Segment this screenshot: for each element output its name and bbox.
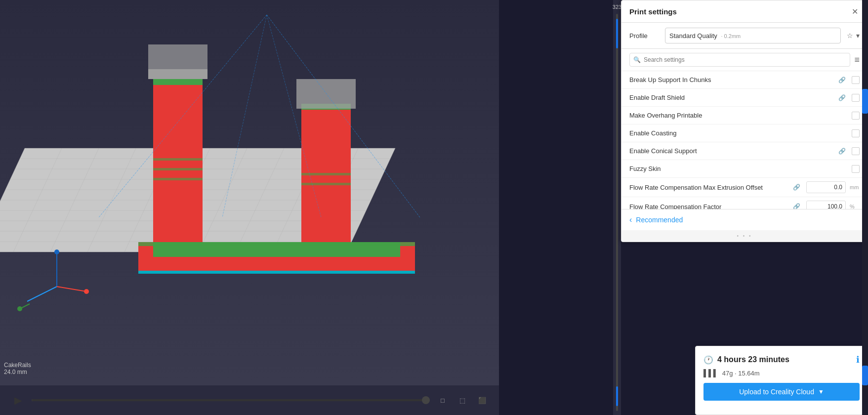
setting-checkbox-1[interactable] (852, 94, 860, 102)
setting-row-4: Enable Conical Support🔗 (621, 142, 868, 160)
setting-row-5: Fuzzy Skin (621, 160, 868, 178)
upload-chevron-icon: ▼ (818, 388, 824, 395)
bottom-info-panel: 🕐 4 hours 23 minutes ℹ ▌▌▌ 47g · 15.64m … (695, 346, 868, 415)
svg-rect-38 (301, 173, 351, 175)
time-row: 🕐 4 hours 23 minutes ℹ (703, 354, 860, 365)
object-name-label: CakeRails 24.0 mm (4, 362, 31, 375)
panel-header: Print settings ✕ (621, 0, 868, 23)
drag-handle[interactable]: • • • (621, 230, 868, 242)
setting-link-icon-7[interactable]: 🔗 (793, 203, 800, 209)
scrollbar-thumb-bottom[interactable] (862, 366, 868, 385)
svg-rect-24 (138, 271, 415, 274)
setting-checkbox-2[interactable] (852, 112, 860, 120)
profile-row: Profile Standard Quality · 0.2mm ☆ ▾ (621, 23, 868, 49)
svg-rect-30 (148, 44, 207, 69)
setting-input-7[interactable] (806, 201, 846, 209)
setting-name-5: Fuzzy Skin (629, 165, 852, 172)
setting-name-4: Enable Conical Support (629, 147, 838, 155)
scroll-indicator: 323 (613, 0, 621, 415)
toolbar-icon-2[interactable]: ⬚ (455, 393, 469, 407)
setting-unit-6: mm (850, 184, 860, 190)
svg-point-45 (17, 306, 22, 311)
panel-title: Print settings (629, 7, 677, 16)
svg-rect-26 (153, 84, 203, 242)
setting-name-1: Enable Draft Shield (629, 94, 838, 101)
toolbar-icon-1[interactable]: □ (436, 393, 450, 407)
scroll-number: 323 (613, 4, 621, 10)
profile-select[interactable]: Standard Quality · 0.2mm (665, 28, 841, 43)
close-button[interactable]: ✕ (850, 6, 860, 16)
setting-row-6: Flow Rate Compensation Max Extrusion Off… (621, 178, 868, 197)
search-icon: 🔍 (633, 56, 641, 63)
timeline-track[interactable] (32, 399, 430, 401)
svg-rect-29 (148, 69, 207, 79)
setting-row-2: Make Overhang Printable (621, 107, 868, 124)
time-text: 4 hours 23 minutes (717, 355, 852, 364)
info-icon[interactable]: ℹ (856, 354, 860, 365)
setting-name-6: Flow Rate Compensation Max Extrusion Off… (629, 184, 793, 191)
toolbar-icon-3[interactable]: ⬛ (475, 393, 489, 407)
setting-row-1: Enable Draft Shield🔗 (621, 89, 868, 107)
scrollbar-thumb-top[interactable] (862, 89, 868, 114)
setting-link-icon-4[interactable]: 🔗 (838, 148, 846, 155)
recommended-label: Recommended (636, 216, 683, 224)
setting-checkbox-0[interactable] (852, 76, 860, 84)
star-icon[interactable]: ☆ (847, 32, 853, 40)
clock-icon: 🕐 (703, 355, 713, 365)
svg-rect-23 (400, 242, 415, 272)
upload-button[interactable]: Upload to Creality Cloud ▼ (703, 383, 860, 401)
setting-checkbox-4[interactable] (852, 147, 860, 155)
scroll-track[interactable] (616, 14, 618, 411)
setting-checkbox-5[interactable] (852, 165, 860, 173)
profile-select-sub: · 0.2mm (721, 33, 741, 39)
setting-link-icon-6[interactable]: 🔗 (793, 184, 800, 191)
setting-name-7: Flow Rate Compensation Factor (629, 203, 793, 209)
svg-rect-25 (138, 242, 415, 246)
weight-text: 47g · 15.64m (722, 370, 760, 377)
setting-row-0: Break Up Support In Chunks🔗 (621, 71, 868, 89)
setting-name-2: Make Overhang Printable (629, 112, 852, 119)
far-right-scrollbar[interactable] (862, 0, 868, 415)
print-settings-panel: Print settings ✕ Profile Standard Qualit… (621, 0, 868, 242)
settings-list: Break Up Support In Chunks🔗Enable Draft … (621, 71, 868, 209)
setting-link-icon-0[interactable]: 🔗 (838, 77, 846, 83)
svg-rect-20 (138, 257, 415, 272)
weight-row: ▌▌▌ 47g · 15.64m (703, 369, 860, 377)
svg-rect-34 (153, 178, 203, 180)
play-button[interactable]: ▶ (10, 392, 26, 408)
svg-rect-37 (301, 183, 351, 185)
search-input[interactable] (629, 53, 850, 67)
setting-name-3: Enable Coasting (629, 129, 852, 137)
svg-rect-36 (153, 158, 203, 161)
bottom-toolbar: ▶ □ ⬚ ⬛ (0, 385, 499, 415)
upload-label: Upload to Creality Cloud (739, 388, 814, 396)
setting-name-0: Break Up Support In Chunks (629, 76, 838, 83)
svg-point-42 (54, 249, 59, 254)
setting-row-3: Enable Coasting (621, 124, 868, 142)
svg-point-43 (84, 289, 89, 294)
profile-select-value: Standard Quality (669, 32, 717, 40)
svg-rect-35 (153, 168, 203, 170)
profile-label: Profile (629, 32, 659, 40)
setting-link-icon-1[interactable]: 🔗 (838, 94, 846, 101)
setting-row-7: Flow Rate Compensation Factor🔗% (621, 197, 868, 209)
3d-viewport[interactable]: CakeRails 24.0 mm ▶ □ ⬚ ⬛ (0, 0, 499, 415)
svg-rect-22 (138, 242, 153, 272)
setting-input-6[interactable] (806, 181, 846, 193)
weight-icon: ▌▌▌ (703, 369, 718, 377)
recommended-button[interactable]: ‹ Recommended (621, 209, 868, 230)
search-wrapper: 🔍 (629, 53, 850, 67)
setting-unit-7: % (850, 204, 860, 209)
menu-icon[interactable]: ≡ (854, 55, 860, 65)
chevron-down-icon[interactable]: ▾ (856, 32, 860, 40)
profile-actions: ☆ ▾ (847, 32, 860, 40)
svg-rect-33 (296, 79, 356, 109)
chevron-left-icon: ‹ (629, 215, 632, 224)
svg-rect-28 (153, 79, 203, 85)
setting-checkbox-3[interactable] (852, 129, 860, 137)
search-bar: 🔍 ≡ (621, 49, 868, 71)
